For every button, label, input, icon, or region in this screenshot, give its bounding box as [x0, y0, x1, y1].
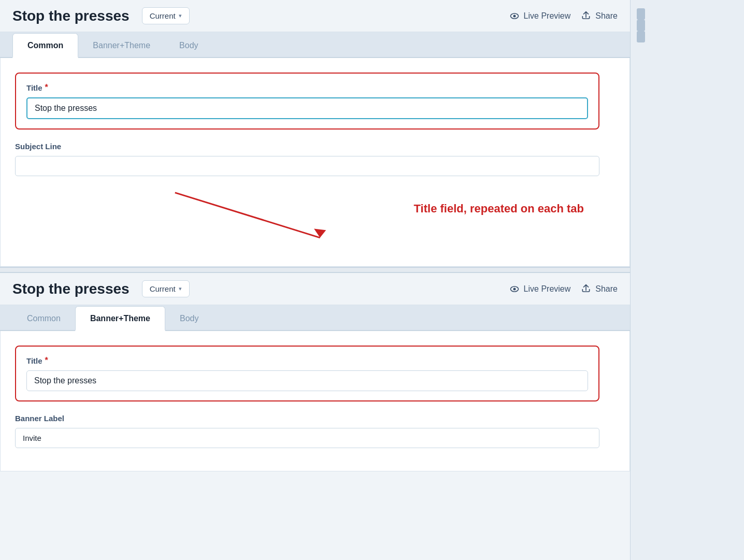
tab-body-bottom[interactable]: Body	[165, 307, 213, 331]
current-dropdown-top[interactable]: Current ▾	[142, 7, 190, 24]
annotation-area: Title field, repeated on each tab	[15, 186, 615, 254]
subject-line-section-top: Subject Line	[15, 142, 599, 176]
live-preview-label-bottom: Live Preview	[524, 284, 571, 294]
svg-point-1	[513, 15, 516, 17]
title-required-star-bottom: *	[45, 356, 48, 365]
title-field-highlight-bottom: Title *	[15, 346, 599, 401]
tab-bar-bottom: Common Banner+Theme Body	[0, 305, 630, 331]
svg-line-2	[175, 193, 320, 238]
tab-body-top[interactable]: Body	[165, 34, 212, 58]
bottom-content: Title * Banner Label	[0, 331, 630, 471]
annotation-text: Title field, repeated on each tab	[414, 202, 584, 216]
top-section-wrapper: Title * Subject Line	[15, 73, 615, 176]
page-title-top: Stop the presses	[12, 8, 130, 24]
header-actions-bottom: Live Preview Share	[509, 284, 618, 294]
title-field-highlight-top: Title *	[15, 73, 599, 130]
share-icon-bottom	[581, 284, 591, 294]
title-label-top: Title *	[26, 83, 588, 92]
tab-banner-theme-bottom[interactable]: Banner+Theme	[75, 306, 165, 331]
share-label-top: Share	[595, 11, 618, 21]
chevron-down-icon-bottom: ▾	[179, 285, 182, 292]
header-actions-top: Live Preview Share	[509, 11, 618, 21]
current-label-top: Current	[150, 11, 176, 20]
bottom-header: Stop the presses Current ▾ Live Preview	[0, 273, 630, 305]
banner-label-section: Banner Label	[15, 414, 599, 448]
chevron-down-icon-top: ▾	[179, 12, 182, 19]
title-input-bottom[interactable]	[26, 370, 588, 391]
top-content: Title * Subject Line	[0, 58, 630, 267]
subject-line-input-top[interactable]	[15, 156, 599, 176]
sidebar-strip-3	[637, 31, 645, 42]
annotation-arrow	[15, 186, 615, 254]
tab-common-bottom[interactable]: Common	[12, 307, 75, 331]
share-icon-top	[581, 11, 591, 21]
svg-point-5	[513, 288, 516, 290]
share-button-bottom[interactable]: Share	[581, 284, 618, 294]
title-required-star-top: *	[45, 83, 48, 92]
share-button-top[interactable]: Share	[581, 11, 618, 21]
sidebar-strip-1	[637, 8, 645, 20]
eye-icon-top	[509, 11, 520, 21]
right-sidebar	[630, 0, 744, 560]
title-input-top[interactable]	[26, 97, 588, 119]
tab-common-top[interactable]: Common	[12, 33, 78, 58]
live-preview-button-bottom[interactable]: Live Preview	[509, 284, 571, 294]
banner-label-label: Banner Label	[15, 414, 599, 423]
title-label-bottom: Title *	[26, 356, 588, 365]
panel-divider	[0, 267, 630, 273]
live-preview-label-top: Live Preview	[524, 11, 571, 21]
subject-line-label-top: Subject Line	[15, 142, 599, 151]
bottom-panel: Stop the presses Current ▾ Live Preview	[0, 273, 630, 471]
bottom-section-wrapper: Title * Banner Label	[15, 346, 615, 448]
tab-banner-theme-top[interactable]: Banner+Theme	[78, 34, 165, 58]
eye-icon-bottom	[509, 284, 520, 294]
sidebar-strip-2	[637, 20, 645, 31]
top-header: Stop the presses Current ▾ Live Preview	[0, 0, 630, 32]
page-title-bottom: Stop the presses	[12, 281, 130, 297]
tab-bar-top: Common Banner+Theme Body	[0, 32, 630, 58]
current-dropdown-bottom[interactable]: Current ▾	[142, 280, 190, 297]
current-label-bottom: Current	[150, 284, 176, 293]
banner-label-input[interactable]	[15, 428, 599, 448]
share-label-bottom: Share	[595, 284, 618, 294]
live-preview-button-top[interactable]: Live Preview	[509, 11, 571, 21]
top-panel: Stop the presses Current ▾ Live Preview	[0, 0, 630, 267]
